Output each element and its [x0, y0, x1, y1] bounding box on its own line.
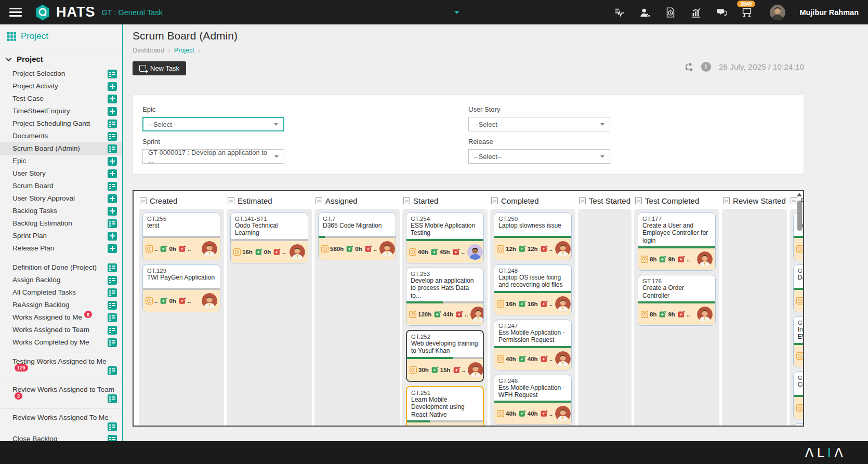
- list-icon[interactable]: [108, 219, 117, 228]
- activity-log-icon[interactable]: [614, 7, 625, 18]
- task-card[interactable]: GT.246 Ess Mobile Application - WFH Requ…: [494, 375, 572, 426]
- task-card[interactable]: GT.253 Develop an application to process…: [406, 268, 484, 326]
- collapse-icon[interactable]: [140, 197, 147, 204]
- sidebar-item[interactable]: Review Works Assigned To Me: [0, 412, 122, 433]
- task-card[interactable]: GT.247 Ess Mobile Application - Permissi…: [494, 320, 572, 370]
- collapse-icon[interactable]: [403, 197, 410, 204]
- task-card[interactable]: GT.255 terst .. 0h ..: [142, 213, 220, 260]
- hamburger-menu-icon[interactable]: [9, 8, 22, 17]
- sidebar-item[interactable]: Sprint Plan: [0, 230, 122, 242]
- sidebar-item[interactable]: Project Selection: [0, 68, 122, 80]
- plus-icon[interactable]: [108, 232, 117, 241]
- epic-select[interactable]: --Select--: [142, 117, 284, 131]
- breadcrumb-dashboard[interactable]: Dashboard: [133, 47, 164, 54]
- sidebar-item[interactable]: Backlog Estimation: [0, 217, 122, 230]
- notifications-button[interactable]: 3840: [741, 7, 753, 18]
- sidebar-item[interactable]: User Story Approval: [0, 192, 122, 205]
- sidebar-item[interactable]: Epic: [0, 155, 122, 167]
- list-icon[interactable]: [108, 422, 117, 431]
- sprint-select[interactable]: GT-0000017 : Develop an application to .…: [142, 149, 284, 164]
- new-task-button[interactable]: New Task: [133, 61, 186, 75]
- sidebar-item[interactable]: Testing Works Assigned to Me 120: [0, 355, 122, 377]
- plus-icon[interactable]: [108, 207, 117, 216]
- scroll-up-icon[interactable]: [797, 193, 802, 196]
- task-card[interactable]: GT.177 Create a User and Employee Contro…: [638, 213, 716, 271]
- sidebar-item[interactable]: Assign Backlog: [0, 274, 122, 286]
- collapse-icon[interactable]: [791, 197, 797, 204]
- sidebar-item[interactable]: Project Activity: [0, 80, 122, 92]
- task-card[interactable]: GT.176 Create a Order Controller 8h 9h: [638, 275, 716, 326]
- sidebar-item[interactable]: Review Works Assigned to Team 2: [0, 383, 122, 405]
- list-icon[interactable]: [108, 338, 117, 347]
- list-icon[interactable]: [108, 132, 117, 141]
- sidebar-item[interactable]: Definition of Done (Project): [0, 261, 122, 274]
- list-icon[interactable]: [108, 366, 117, 375]
- plus-icon[interactable]: [108, 169, 117, 178]
- list-icon[interactable]: [108, 144, 117, 153]
- list-icon[interactable]: [108, 326, 117, 335]
- sidebar-group-header[interactable]: Project: [0, 48, 122, 68]
- task-card[interactable]: GT.129 TWI PayGen Application .. 0h ..: [142, 264, 220, 312]
- sidebar-item[interactable]: Works Assigned to Me 5: [0, 311, 122, 324]
- sidebar-item[interactable]: Scrum Board: [0, 180, 122, 192]
- sidebar-item[interactable]: Documents: [0, 130, 122, 142]
- task-card[interactable]: GT.7 D365 Code Migration 580h 0h ..: [318, 213, 396, 260]
- scrollbar-thumb[interactable]: [797, 201, 802, 231]
- plus-icon[interactable]: [108, 107, 117, 116]
- task-card[interactable]: GT.252 Web developing training to Yusuf …: [406, 330, 484, 382]
- collapse-icon[interactable]: [579, 197, 586, 204]
- breadcrumb-separator-icon: [168, 46, 170, 55]
- plus-icon[interactable]: [108, 194, 117, 203]
- module-grid-icon[interactable]: [7, 32, 16, 41]
- sidebar-item[interactable]: All Completed Tasks: [0, 286, 122, 299]
- collapse-icon[interactable]: [315, 197, 322, 204]
- list-icon[interactable]: [108, 276, 117, 285]
- list-icon[interactable]: [108, 288, 117, 297]
- team-icon[interactable]: [639, 7, 651, 18]
- sidebar-item[interactable]: TimeSheetEnquiry: [0, 105, 122, 117]
- user-story-select[interactable]: --Select--: [468, 117, 610, 131]
- chevron-down-icon[interactable]: [454, 11, 459, 14]
- list-icon[interactable]: [108, 394, 117, 403]
- list-icon[interactable]: [108, 301, 117, 310]
- sidebar-item[interactable]: Release Plan: [0, 242, 122, 255]
- plus-icon[interactable]: [108, 95, 117, 103]
- sidebar-item[interactable]: Close Backlog: [0, 433, 122, 441]
- chat-icon[interactable]: [716, 7, 727, 18]
- project-selector[interactable]: GT : General Task: [102, 8, 163, 17]
- sidebar-item[interactable]: Backlog Tasks: [0, 205, 122, 217]
- collapse-icon[interactable]: [491, 197, 498, 204]
- sidebar-item[interactable]: Works Completed by Me: [0, 336, 122, 349]
- list-icon[interactable]: [108, 70, 117, 78]
- task-card[interactable]: GT.248 Laptop OS issue fixing and recove…: [494, 264, 572, 315]
- list-icon[interactable]: [108, 435, 117, 442]
- sidebar-item[interactable]: User Story: [0, 167, 122, 180]
- report-schedule-icon[interactable]: [665, 7, 676, 18]
- collapse-icon[interactable]: [635, 197, 642, 204]
- sidebar-item[interactable]: Test Case: [0, 92, 122, 105]
- breadcrumb-project[interactable]: Project: [174, 47, 194, 54]
- user-avatar[interactable]: [770, 5, 785, 20]
- list-icon[interactable]: [108, 263, 117, 272]
- analytics-icon[interactable]: [690, 7, 702, 18]
- task-card[interactable]: GT.254 ESS Mobile Application Testing 40…: [406, 213, 484, 263]
- plus-icon[interactable]: [108, 244, 117, 253]
- sidebar-item[interactable]: Scrum Board (Admin): [0, 142, 122, 155]
- plus-icon[interactable]: [108, 157, 117, 166]
- plus-icon[interactable]: [108, 82, 117, 91]
- task-card[interactable]: GT.250 Laptop slowness issue 12h 12h .: [494, 213, 572, 260]
- sidebar-item[interactable]: Works Assigned to Team: [0, 324, 122, 336]
- workflow-icon[interactable]: [684, 62, 693, 72]
- sidebar-item[interactable]: ReAssign Backlog: [0, 299, 122, 311]
- alert-icon[interactable]: [701, 62, 711, 72]
- list-icon[interactable]: [108, 182, 117, 191]
- board-scrollbar[interactable]: [797, 193, 802, 426]
- sidebar-item[interactable]: Project Scheduling Gantt: [0, 117, 122, 130]
- list-icon[interactable]: [108, 120, 117, 128]
- task-card[interactable]: GT.141-ST1 Oodo Technical Learning 16h 0…: [230, 213, 308, 263]
- task-card[interactable]: GT.251 Learn Mobile Development using Re…: [406, 386, 484, 427]
- collapse-icon[interactable]: [228, 197, 234, 204]
- collapse-icon[interactable]: [723, 197, 730, 204]
- list-icon[interactable]: [108, 313, 117, 322]
- release-select[interactable]: --Select--: [468, 149, 610, 164]
